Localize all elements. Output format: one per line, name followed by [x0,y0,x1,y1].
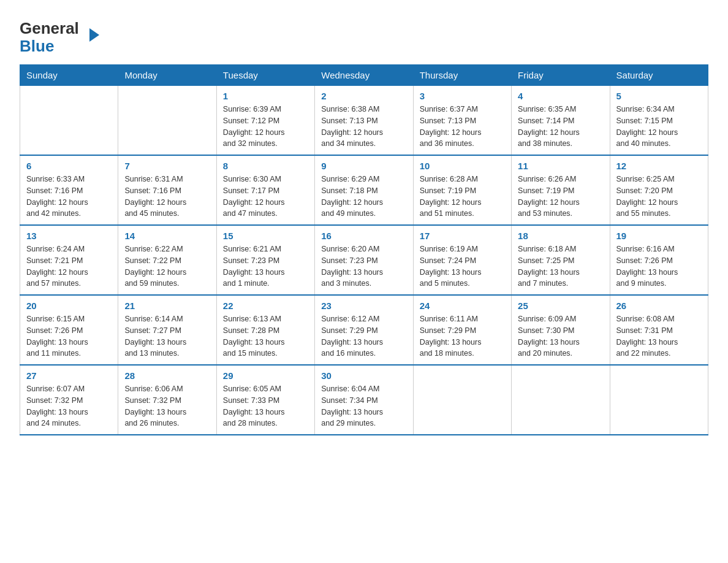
calendar-cell-w2-d5: 11Sunrise: 6:26 AM Sunset: 7:19 PM Dayli… [512,155,610,225]
header-wednesday: Wednesday [315,65,413,86]
day-number: 13 [26,231,112,241]
day-number: 18 [518,231,603,241]
calendar-cell-w2-d3: 9Sunrise: 6:29 AM Sunset: 7:18 PM Daylig… [315,155,413,225]
calendar-cell-w1-d4: 3Sunrise: 6:37 AM Sunset: 7:13 PM Daylig… [413,86,511,156]
calendar-table: SundayMondayTuesdayWednesdayThursdayFrid… [20,64,708,435]
calendar-cell-w5-d0: 27Sunrise: 6:07 AM Sunset: 7:32 PM Dayli… [20,365,118,435]
header-friday: Friday [512,65,610,86]
logo: General Blue [20,20,89,55]
day-number: 3 [420,91,505,101]
day-info: Sunrise: 6:11 AM Sunset: 7:29 PM Dayligh… [420,313,505,359]
day-info: Sunrise: 6:14 AM Sunset: 7:27 PM Dayligh… [124,313,210,359]
week-row-4: 20Sunrise: 6:15 AM Sunset: 7:26 PM Dayli… [20,295,708,365]
calendar-cell-w4-d1: 21Sunrise: 6:14 AM Sunset: 7:27 PM Dayli… [118,295,216,365]
day-number: 15 [223,231,308,241]
day-number: 25 [518,301,603,311]
day-number: 19 [616,231,702,241]
day-info: Sunrise: 6:34 AM Sunset: 7:15 PM Dayligh… [616,104,702,150]
calendar-cell-w5-d3: 30Sunrise: 6:04 AM Sunset: 7:34 PM Dayli… [315,365,413,435]
header-sunday: Sunday [20,65,118,86]
week-row-2: 6Sunrise: 6:33 AM Sunset: 7:16 PM Daylig… [20,155,708,225]
calendar-cell-w3-d0: 13Sunrise: 6:24 AM Sunset: 7:21 PM Dayli… [20,225,118,295]
calendar-cell-w2-d6: 12Sunrise: 6:25 AM Sunset: 7:20 PM Dayli… [610,155,708,225]
day-info: Sunrise: 6:15 AM Sunset: 7:26 PM Dayligh… [26,313,112,359]
day-number: 27 [26,370,112,381]
calendar-cell-w4-d0: 20Sunrise: 6:15 AM Sunset: 7:26 PM Dayli… [20,295,118,365]
day-number: 7 [124,161,210,171]
day-number: 9 [321,161,406,171]
calendar-cell-w4-d3: 23Sunrise: 6:12 AM Sunset: 7:29 PM Dayli… [315,295,413,365]
day-number: 21 [124,301,210,311]
calendar-cell-w4-d4: 24Sunrise: 6:11 AM Sunset: 7:29 PM Dayli… [413,295,511,365]
day-number: 11 [518,161,603,171]
calendar-cell-w4-d2: 22Sunrise: 6:13 AM Sunset: 7:28 PM Dayli… [216,295,314,365]
calendar-cell-w5-d1: 28Sunrise: 6:06 AM Sunset: 7:32 PM Dayli… [118,365,216,435]
day-info: Sunrise: 6:05 AM Sunset: 7:33 PM Dayligh… [223,383,308,429]
day-info: Sunrise: 6:31 AM Sunset: 7:16 PM Dayligh… [124,174,210,220]
day-info: Sunrise: 6:06 AM Sunset: 7:32 PM Dayligh… [124,383,210,429]
day-number: 28 [124,370,210,381]
day-number: 12 [616,161,702,171]
calendar-cell-w2-d2: 8Sunrise: 6:30 AM Sunset: 7:17 PM Daylig… [216,155,314,225]
day-info: Sunrise: 6:38 AM Sunset: 7:13 PM Dayligh… [321,104,406,150]
day-info: Sunrise: 6:35 AM Sunset: 7:14 PM Dayligh… [518,104,603,150]
day-info: Sunrise: 6:22 AM Sunset: 7:22 PM Dayligh… [124,243,210,289]
day-info: Sunrise: 6:39 AM Sunset: 7:12 PM Dayligh… [223,104,308,150]
calendar-cell-w5-d6 [610,365,708,435]
header-tuesday: Tuesday [216,65,314,86]
day-number: 8 [223,161,308,171]
day-number: 4 [518,91,603,101]
calendar-cell-w4-d5: 25Sunrise: 6:09 AM Sunset: 7:30 PM Dayli… [512,295,610,365]
day-info: Sunrise: 6:33 AM Sunset: 7:16 PM Dayligh… [26,174,112,220]
week-row-3: 13Sunrise: 6:24 AM Sunset: 7:21 PM Dayli… [20,225,708,295]
calendar-cell-w3-d3: 16Sunrise: 6:20 AM Sunset: 7:23 PM Dayli… [315,225,413,295]
logo-arrow-svg [89,28,99,42]
day-number: 17 [420,231,505,241]
day-info: Sunrise: 6:24 AM Sunset: 7:21 PM Dayligh… [26,243,112,289]
calendar-cell-w1-d2: 1Sunrise: 6:39 AM Sunset: 7:12 PM Daylig… [216,86,314,156]
calendar-cell-w3-d5: 18Sunrise: 6:18 AM Sunset: 7:25 PM Dayli… [512,225,610,295]
calendar-cell-w5-d4 [413,365,511,435]
day-number: 30 [321,370,406,381]
calendar-cell-w2-d4: 10Sunrise: 6:28 AM Sunset: 7:19 PM Dayli… [413,155,511,225]
calendar-cell-w3-d2: 15Sunrise: 6:21 AM Sunset: 7:23 PM Dayli… [216,225,314,295]
day-info: Sunrise: 6:21 AM Sunset: 7:23 PM Dayligh… [223,243,308,289]
day-info: Sunrise: 6:13 AM Sunset: 7:28 PM Dayligh… [223,313,308,359]
day-info: Sunrise: 6:20 AM Sunset: 7:23 PM Dayligh… [321,243,406,289]
day-info: Sunrise: 6:26 AM Sunset: 7:19 PM Dayligh… [518,174,603,220]
calendar-cell-w1-d1 [118,86,216,156]
calendar-cell-w1-d3: 2Sunrise: 6:38 AM Sunset: 7:13 PM Daylig… [315,86,413,156]
day-number: 5 [616,91,702,101]
day-info: Sunrise: 6:16 AM Sunset: 7:26 PM Dayligh… [616,243,702,289]
day-number: 22 [223,301,308,311]
calendar-body: 1Sunrise: 6:39 AM Sunset: 7:12 PM Daylig… [20,86,708,435]
day-info: Sunrise: 6:04 AM Sunset: 7:34 PM Dayligh… [321,383,406,429]
day-info: Sunrise: 6:07 AM Sunset: 7:32 PM Dayligh… [26,383,112,429]
svg-marker-0 [89,28,99,42]
calendar-cell-w3-d4: 17Sunrise: 6:19 AM Sunset: 7:24 PM Dayli… [413,225,511,295]
day-number: 24 [420,301,505,311]
calendar-header-row: SundayMondayTuesdayWednesdayThursdayFrid… [20,65,708,86]
day-info: Sunrise: 6:08 AM Sunset: 7:31 PM Dayligh… [616,313,702,359]
day-info: Sunrise: 6:19 AM Sunset: 7:24 PM Dayligh… [420,243,505,289]
header-monday: Monday [118,65,216,86]
day-number: 1 [223,91,308,101]
calendar-cell-w1-d6: 5Sunrise: 6:34 AM Sunset: 7:15 PM Daylig… [610,86,708,156]
header-saturday: Saturday [610,65,708,86]
day-info: Sunrise: 6:28 AM Sunset: 7:19 PM Dayligh… [420,174,505,220]
calendar-cell-w5-d2: 29Sunrise: 6:05 AM Sunset: 7:33 PM Dayli… [216,365,314,435]
calendar-cell-w4-d6: 26Sunrise: 6:08 AM Sunset: 7:31 PM Dayli… [610,295,708,365]
day-info: Sunrise: 6:12 AM Sunset: 7:29 PM Dayligh… [321,313,406,359]
calendar-cell-w3-d1: 14Sunrise: 6:22 AM Sunset: 7:22 PM Dayli… [118,225,216,295]
day-number: 16 [321,231,406,241]
header-thursday: Thursday [413,65,511,86]
day-number: 23 [321,301,406,311]
day-number: 20 [26,301,112,311]
page-header: General Blue [20,15,708,55]
calendar-cell-w1-d0 [20,86,118,156]
day-number: 14 [124,231,210,241]
week-row-5: 27Sunrise: 6:07 AM Sunset: 7:32 PM Dayli… [20,365,708,435]
day-info: Sunrise: 6:30 AM Sunset: 7:17 PM Dayligh… [223,174,308,220]
calendar-cell-w1-d5: 4Sunrise: 6:35 AM Sunset: 7:14 PM Daylig… [512,86,610,156]
day-info: Sunrise: 6:09 AM Sunset: 7:30 PM Dayligh… [518,313,603,359]
